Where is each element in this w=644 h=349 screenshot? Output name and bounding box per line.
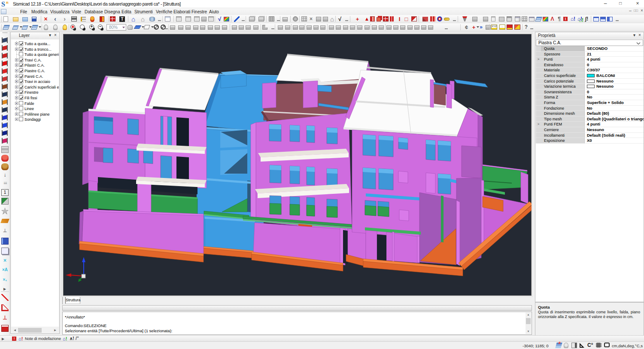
svg-text:S: S [1, 0, 5, 7]
svg-text:R: R [6, 1, 9, 5]
